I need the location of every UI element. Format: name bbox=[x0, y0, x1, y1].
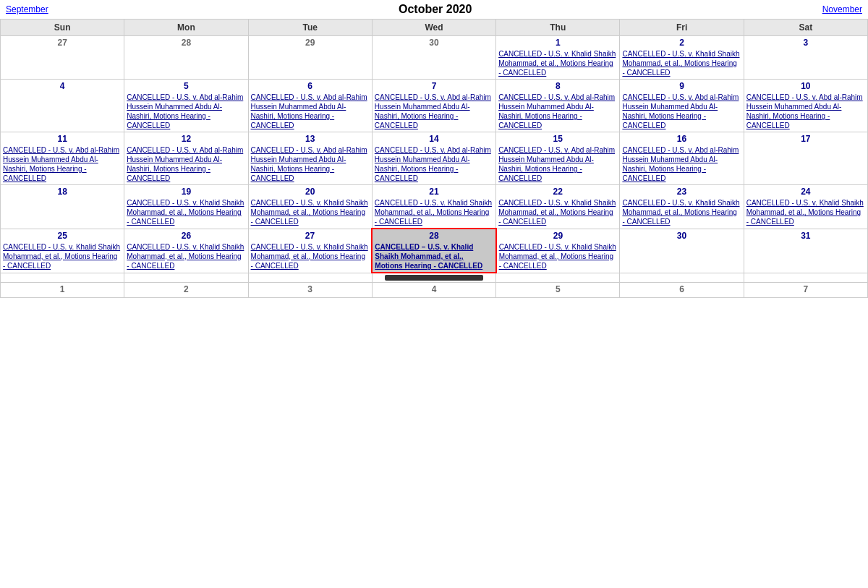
event-label[interactable]: CANCELLED - U.S. v. Khalid Shaikh Mohamm… bbox=[498, 49, 617, 77]
calendar-day-cell[interactable]: 30 bbox=[620, 229, 744, 273]
scrollbar-cell bbox=[744, 273, 867, 283]
calendar-day-cell[interactable]: 8CANCELLED - U.S. v. Abd al-Rahim Hussei… bbox=[496, 80, 620, 132]
event-label[interactable]: CANCELLED - U.S. v. Khalid Shaikh Mohamm… bbox=[498, 198, 617, 226]
event-label[interactable]: CANCELLED - U.S. v. Abd al-Rahim Hussein… bbox=[375, 145, 493, 183]
event-label[interactable]: CANCELLED - U.S. v. Khalid Shaikh Mohamm… bbox=[746, 198, 865, 226]
calendar-day-cell[interactable]: 5 bbox=[496, 283, 620, 298]
event-label[interactable]: CANCELLED - U.S. v. Khalid Shaikh Mohamm… bbox=[499, 242, 618, 270]
calendar-day-cell[interactable]: 22CANCELLED - U.S. v. Khalid Shaikh Moha… bbox=[496, 185, 620, 229]
calendar-day-cell[interactable]: 31 bbox=[744, 229, 867, 273]
event-label[interactable]: CANCELLED - U.S. v. Khalid Shaikh Mohamm… bbox=[622, 49, 741, 77]
event-label[interactable]: CANCELLED - U.S. v. Abd al-Rahim Hussein… bbox=[622, 145, 741, 183]
event-label[interactable]: CANCELLED - U.S. v. Khalid Shaikh Mohamm… bbox=[3, 242, 122, 270]
scrollbar-row bbox=[1, 273, 868, 283]
calendar-day-cell[interactable]: 9CANCELLED - U.S. v. Abd al-Rahim Hussei… bbox=[620, 80, 744, 132]
calendar-day-cell[interactable]: 3 bbox=[248, 283, 372, 298]
header-thu: Thu bbox=[496, 20, 620, 36]
event-label[interactable]: CANCELLED - U.S. v. Abd al-Rahim Hussein… bbox=[127, 145, 245, 183]
calendar-day-cell[interactable]: 1 bbox=[1, 283, 124, 298]
day-number: 1 bbox=[498, 38, 617, 48]
event-label[interactable]: CANCELLED - U.S. v. Khalid Shaikh Mohamm… bbox=[127, 242, 245, 270]
event-label[interactable]: CANCELLED - U.S. v. Abd al-Rahim Hussein… bbox=[127, 93, 245, 130]
day-number: 17 bbox=[746, 134, 865, 144]
calendar-day-cell[interactable]: 7 bbox=[744, 283, 867, 298]
calendar-day-cell[interactable]: 23CANCELLED - U.S. v. Khalid Shaikh Moha… bbox=[620, 185, 744, 229]
scrollbar-cell bbox=[124, 273, 248, 283]
event-label[interactable]: CANCELLED - U.S. v. Khalid Shaikh Mohamm… bbox=[127, 198, 245, 226]
event-label[interactable]: CANCELLED - U.S. v. Abd al-Rahim Hussein… bbox=[251, 145, 370, 183]
day-number: 16 bbox=[622, 134, 741, 144]
calendar-day-cell[interactable]: 1CANCELLED - U.S. v. Khalid Shaikh Moham… bbox=[496, 36, 620, 80]
event-label[interactable]: CANCELLED - U.S. v. Abd al-Rahim Hussein… bbox=[251, 93, 370, 130]
event-label[interactable]: CANCELLED - U.S. v. Abd al-Rahim Hussein… bbox=[746, 93, 865, 130]
calendar-day-cell[interactable]: 11CANCELLED - U.S. v. Abd al-Rahim Husse… bbox=[1, 132, 124, 185]
day-number: 6 bbox=[251, 81, 370, 91]
event-label[interactable]: CANCELLED - U.S. v. Abd al-Rahim Hussein… bbox=[498, 93, 617, 130]
scrollbar-indicator[interactable] bbox=[385, 275, 483, 281]
day-number: 2 bbox=[622, 38, 741, 48]
calendar-day-cell[interactable]: 24CANCELLED - U.S. v. Khalid Shaikh Moha… bbox=[744, 185, 867, 229]
calendar-week-row: 25CANCELLED - U.S. v. Khalid Shaikh Moha… bbox=[1, 229, 868, 273]
calendar-day-cell[interactable]: 17 bbox=[744, 132, 867, 185]
weekday-header-row: Sun Mon Tue Wed Thu Fri Sat bbox=[1, 20, 868, 36]
calendar-day-cell[interactable]: 25CANCELLED - U.S. v. Khalid Shaikh Moha… bbox=[1, 229, 124, 273]
day-number: 3 bbox=[746, 38, 865, 48]
calendar-day-cell[interactable]: 27 bbox=[1, 36, 124, 80]
calendar-day-cell[interactable]: 2 bbox=[124, 283, 248, 298]
calendar-day-cell[interactable]: 26CANCELLED - U.S. v. Khalid Shaikh Moha… bbox=[124, 229, 248, 273]
calendar-day-cell[interactable]: 19CANCELLED - U.S. v. Khalid Shaikh Moha… bbox=[124, 185, 248, 229]
event-label[interactable]: CANCELLED - U.S. v. Abd al-Rahim Hussein… bbox=[375, 93, 493, 130]
event-label[interactable]: CANCELLED - U.S. v. Abd al-Rahim Hussein… bbox=[498, 145, 617, 183]
calendar-day-cell[interactable]: 10CANCELLED - U.S. v. Abd al-Rahim Husse… bbox=[744, 80, 867, 132]
calendar-week-row: 11CANCELLED - U.S. v. Abd al-Rahim Husse… bbox=[1, 132, 868, 185]
calendar-day-cell[interactable]: 27CANCELLED - U.S. v. Khalid Shaikh Moha… bbox=[248, 229, 372, 273]
calendar-day-cell[interactable]: 21CANCELLED - U.S. v. Khalid Shaikh Moha… bbox=[372, 185, 495, 229]
day-number: 20 bbox=[251, 187, 370, 197]
calendar-week-row: 272829301CANCELLED - U.S. v. Khalid Shai… bbox=[1, 36, 868, 80]
event-label[interactable]: CANCELLED - U.S. v. Khalid Shaikh Mohamm… bbox=[251, 198, 370, 226]
calendar-day-cell[interactable]: 3 bbox=[744, 36, 867, 80]
day-number: 14 bbox=[375, 134, 493, 144]
calendar-day-cell[interactable]: 28CANCELLED – U.S. v. Khalid Shaikh Moha… bbox=[372, 229, 495, 273]
calendar-day-cell[interactable]: 4 bbox=[372, 283, 495, 298]
calendar-day-cell[interactable]: 12CANCELLED - U.S. v. Abd al-Rahim Husse… bbox=[124, 132, 248, 185]
calendar-day-cell[interactable]: 13CANCELLED - U.S. v. Abd al-Rahim Husse… bbox=[248, 132, 372, 185]
day-number: 29 bbox=[251, 38, 370, 48]
day-number: 26 bbox=[127, 231, 245, 241]
event-label[interactable]: CANCELLED – U.S. v. Khalid Shaikh Mohamm… bbox=[375, 242, 493, 270]
day-number: 7 bbox=[375, 81, 493, 91]
calendar-week-row: 45CANCELLED - U.S. v. Abd al-Rahim Husse… bbox=[1, 80, 868, 132]
next-month-link[interactable]: November bbox=[822, 4, 862, 14]
calendar-day-cell[interactable]: 29CANCELLED - U.S. v. Khalid Shaikh Moha… bbox=[496, 229, 620, 273]
calendar-day-cell[interactable]: 7CANCELLED - U.S. v. Abd al-Rahim Hussei… bbox=[372, 80, 495, 132]
header-sun: Sun bbox=[1, 20, 124, 36]
day-number: 21 bbox=[375, 187, 493, 197]
event-label[interactable]: CANCELLED - U.S. v. Abd al-Rahim Hussein… bbox=[622, 93, 741, 130]
event-label[interactable]: CANCELLED - U.S. v. Khalid Shaikh Mohamm… bbox=[251, 242, 370, 270]
header-wed: Wed bbox=[372, 20, 495, 36]
day-number: 29 bbox=[499, 231, 618, 241]
calendar-day-cell[interactable]: 6CANCELLED - U.S. v. Abd al-Rahim Hussei… bbox=[248, 80, 372, 132]
prev-month-link[interactable]: September bbox=[6, 4, 48, 14]
day-number: 28 bbox=[375, 231, 493, 241]
calendar-day-cell[interactable]: 18 bbox=[1, 185, 124, 229]
calendar-day-cell[interactable]: 6 bbox=[620, 283, 744, 298]
calendar-day-cell[interactable]: 14CANCELLED - U.S. v. Abd al-Rahim Husse… bbox=[372, 132, 495, 185]
calendar-day-cell[interactable]: 5CANCELLED - U.S. v. Abd al-Rahim Hussei… bbox=[124, 80, 248, 132]
event-label[interactable]: CANCELLED - U.S. v. Khalid Shaikh Mohamm… bbox=[622, 198, 741, 226]
day-number: 27 bbox=[3, 38, 122, 48]
day-number: 19 bbox=[127, 187, 245, 197]
calendar-day-cell[interactable]: 15CANCELLED - U.S. v. Abd al-Rahim Husse… bbox=[496, 132, 620, 185]
calendar-day-cell[interactable]: 20CANCELLED - U.S. v. Khalid Shaikh Moha… bbox=[248, 185, 372, 229]
calendar-day-cell[interactable]: 29 bbox=[248, 36, 372, 80]
calendar-day-cell[interactable]: 28 bbox=[124, 36, 248, 80]
day-number: 30 bbox=[375, 38, 493, 48]
day-number: 2 bbox=[127, 284, 245, 294]
calendar-day-cell[interactable]: 2CANCELLED - U.S. v. Khalid Shaikh Moham… bbox=[620, 36, 744, 80]
event-label[interactable]: CANCELLED - U.S. v. Khalid Shaikh Mohamm… bbox=[375, 198, 493, 226]
event-label[interactable]: CANCELLED - U.S. v. Abd al-Rahim Hussein… bbox=[3, 145, 122, 183]
calendar-day-cell[interactable]: 4 bbox=[1, 80, 124, 132]
calendar-day-cell[interactable]: 30 bbox=[372, 36, 495, 80]
day-number: 3 bbox=[251, 284, 370, 294]
calendar-day-cell[interactable]: 16CANCELLED - U.S. v. Abd al-Rahim Husse… bbox=[620, 132, 744, 185]
